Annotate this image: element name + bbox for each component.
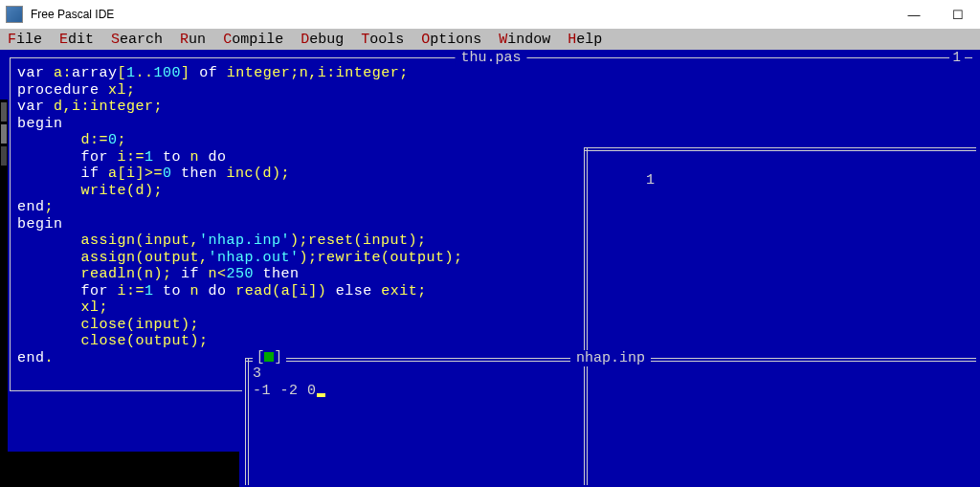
frame-line: [10, 57, 11, 390]
thumb-icon: [1, 102, 7, 122]
titlebar: Free Pascal IDE — ☐: [0, 0, 980, 29]
menu-item-help[interactable]: Help: [568, 32, 602, 48]
modified-marker: []: [253, 349, 286, 365]
menubar: FileEditSearchRunCompileDebugToolsOption…: [0, 29, 980, 50]
frame-line: [245, 358, 246, 485]
app-title: Free Pascal IDE: [31, 8, 114, 21]
menu-item-search[interactable]: Search: [111, 32, 163, 48]
menu-item-run[interactable]: Run: [180, 32, 206, 48]
left-thumb-strip: [0, 100, 8, 487]
workspace: thu.pas 1 var a:array[1..100] of integer…: [0, 50, 980, 487]
thumb-icon: [1, 124, 7, 144]
black-panel: [0, 452, 239, 487]
output-text: 1: [646, 172, 656, 188]
menu-item-edit[interactable]: Edit: [59, 32, 94, 48]
menu-item-compile[interactable]: Compile: [223, 32, 283, 48]
minimize-button[interactable]: —: [892, 0, 936, 29]
maximize-button[interactable]: ☐: [936, 0, 980, 29]
menu-item-tools[interactable]: Tools: [361, 32, 404, 48]
app-icon: [6, 6, 23, 23]
frame-line: [10, 390, 242, 391]
menu-item-debug[interactable]: Debug: [301, 32, 344, 48]
menu-item-options[interactable]: Options: [421, 32, 481, 48]
editor-title: nhap.inp: [570, 350, 651, 366]
menu-item-file[interactable]: File: [8, 32, 42, 48]
modified-icon: [264, 352, 274, 362]
editor-title: thu.pas: [455, 50, 526, 66]
window-controls: — ☐: [892, 0, 980, 29]
output-content: 1: [591, 155, 969, 206]
thumb-icon: [1, 146, 7, 166]
input-file-content[interactable]: 3-1 -2 0: [253, 365, 969, 399]
editor-window-input[interactable]: [] nhap.inp 3-1 -2 0: [245, 358, 976, 485]
frame-line: [584, 147, 976, 148]
text-cursor: [317, 393, 325, 397]
menu-item-window[interactable]: Window: [499, 32, 550, 48]
editor-window-number: 1: [949, 50, 965, 65]
